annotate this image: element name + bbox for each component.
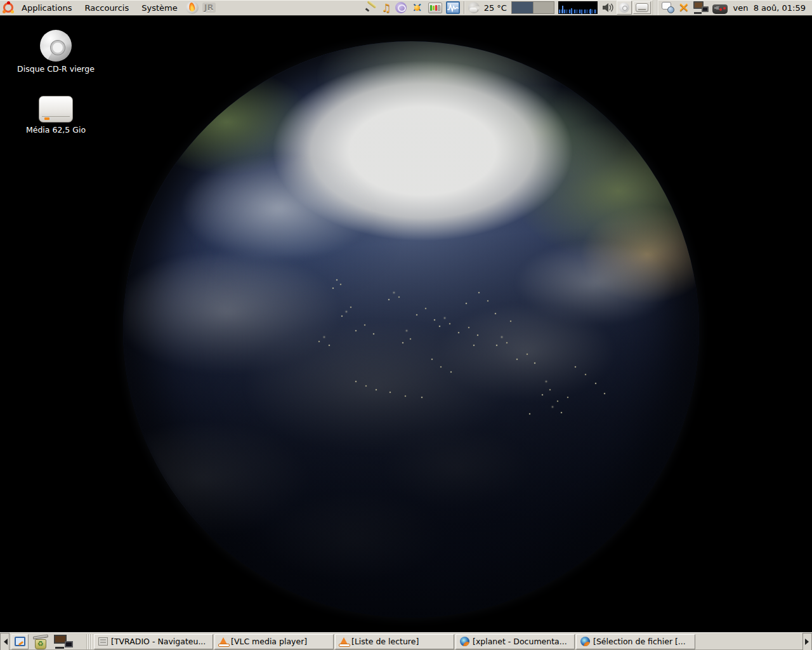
keyboard — [55, 647, 64, 649]
earth-city-lights — [123, 41, 124, 43]
sensors-applet[interactable] — [427, 0, 443, 15]
window-title: [Sélection de fichier [... — [593, 637, 686, 646]
jr-launcher[interactable]: JR — [201, 0, 217, 15]
menu-applications[interactable]: Applications — [15, 0, 78, 16]
ubuntu-dot — [7, 1, 10, 4]
dual-monitors-icon — [693, 1, 709, 14]
system-monitor-applet[interactable] — [445, 0, 461, 15]
computer-launcher[interactable] — [54, 635, 73, 649]
cd-tray-button[interactable] — [617, 1, 632, 15]
ubuntu-dot — [3, 10, 6, 13]
game-applet[interactable]: ✕ — [409, 0, 426, 15]
earth-wallpaper — [123, 41, 699, 618]
panel-drag-handle[interactable] — [653, 0, 658, 15]
firefox-icon — [580, 637, 590, 646]
pen-icon — [365, 1, 377, 14]
window-icon — [98, 637, 108, 646]
ubuntu-dot — [11, 10, 14, 13]
taskbar-window-xplanet[interactable]: [xplanet - Documenta... — [455, 634, 575, 649]
cd-disc-icon — [619, 3, 629, 13]
bubble-clock-icon — [662, 2, 674, 13]
vlc-cone-icon — [219, 637, 228, 646]
jr-icon: JR — [202, 3, 216, 13]
alert-clock-applet[interactable] — [660, 0, 676, 15]
window-title: [Liste de lecture] — [351, 637, 419, 646]
desktop-area[interactable]: Disque CD-R vierge Média 62,5 Gio — [0, 16, 812, 632]
taskbar-window-fileselect[interactable]: [Sélection de fichier [... — [576, 634, 695, 649]
blue-cross-orange-ball-icon: ✕ — [410, 1, 424, 15]
taskbar-window-vlc[interactable]: [VLC media player] — [214, 634, 334, 649]
weather-cloud-icon — [468, 2, 480, 13]
desktop-icon-label: Média 62,5 Gio — [26, 125, 86, 135]
chat-bubble-icon — [395, 2, 407, 13]
network-monitor-graph[interactable] — [558, 1, 598, 14]
panel-separator — [464, 1, 464, 14]
vlc-cone-icon — [339, 637, 348, 646]
desktop-screen: Applications Raccourcis Système JR ♫ ✕ — [0, 0, 812, 650]
show-desktop-icon — [15, 637, 25, 646]
drive-led — [44, 117, 49, 120]
menu-raccourcis[interactable]: Raccourcis — [78, 0, 135, 16]
workspace-1[interactable] — [512, 2, 533, 13]
workspace-2[interactable] — [533, 2, 554, 13]
flame-icon — [186, 1, 199, 14]
remote-desktop-applet[interactable] — [692, 0, 710, 15]
music-note-icon: ♫ — [381, 1, 391, 14]
flame-launcher[interactable] — [185, 0, 200, 15]
panel-hide-left-button[interactable] — [0, 633, 10, 650]
orange-ball — [414, 5, 420, 11]
hard-drive-icon — [39, 96, 73, 123]
workspace-switcher[interactable] — [511, 1, 554, 14]
ubuntu-logo-icon[interactable] — [3, 2, 14, 13]
weather-applet[interactable] — [467, 0, 481, 15]
monitor-small — [702, 6, 709, 12]
trash-lid — [33, 634, 48, 639]
taskbar-window-playlist[interactable]: [Liste de lecture] — [335, 634, 454, 649]
menu-systeme[interactable]: Système — [135, 0, 183, 16]
drive-tray-button[interactable] — [633, 1, 651, 14]
led-screen — [438, 5, 440, 11]
bottom-panel: ♻ [TVRADIO - Navigateu... [VLC media pla… — [0, 632, 812, 650]
mini-clock — [667, 6, 674, 13]
speaker-icon — [601, 1, 614, 14]
games-applet[interactable] — [711, 0, 729, 15]
firefox-icon — [460, 637, 469, 646]
drive-icon — [636, 3, 648, 12]
right-arrow-icon — [805, 639, 812, 645]
x-app-applet[interactable]: ✕ — [677, 0, 691, 15]
top-panel: Applications Raccourcis Système JR ♫ ✕ — [0, 0, 812, 16]
desktop-icon-media[interactable]: Média 62,5 Gio — [3, 96, 109, 135]
keyboard — [694, 12, 702, 14]
temperature-label: 25 °C — [481, 3, 509, 13]
orange-x-icon: ✕ — [678, 1, 690, 15]
panel-clock[interactable]: ven 8 aoû, 01:59 — [730, 3, 811, 13]
desktop-icon-cd[interactable]: Disque CD-R vierge — [3, 30, 109, 74]
trash-launcher[interactable]: ♻ — [33, 634, 49, 649]
left-arrow-icon — [1, 639, 8, 645]
cd-disc-icon — [40, 30, 72, 62]
monitor-small — [65, 641, 73, 647]
gamepad-icon — [712, 4, 728, 14]
chat-applet[interactable] — [394, 0, 408, 15]
earth-night-shadow — [123, 41, 699, 618]
waveform-icon — [446, 1, 460, 14]
led-green — [430, 5, 432, 11]
pen-applet[interactable] — [363, 0, 379, 15]
led-red — [435, 5, 437, 11]
show-desktop-button[interactable] — [11, 634, 29, 649]
taskbar-window-tvradio[interactable]: [TVRADIO - Navigateu... — [94, 634, 213, 649]
led-yellow — [433, 6, 435, 10]
window-title: [TVRADIO - Navigateu... — [111, 637, 206, 646]
window-title: [VLC media player] — [231, 637, 307, 646]
desktop-icon-label: Disque CD-R vierge — [17, 64, 95, 74]
network-graph-spikes — [562, 6, 563, 13]
window-title: [xplanet - Documenta... — [473, 637, 567, 646]
network-graph-bars — [559, 10, 597, 13]
window-list-handle[interactable] — [86, 634, 92, 649]
volume-applet[interactable] — [600, 0, 615, 15]
music-applet[interactable]: ♫ — [380, 0, 392, 15]
panel-hide-right-button[interactable] — [802, 633, 812, 650]
trash-can-icon: ♻ — [35, 639, 46, 649]
led-meter-icon — [428, 3, 442, 13]
